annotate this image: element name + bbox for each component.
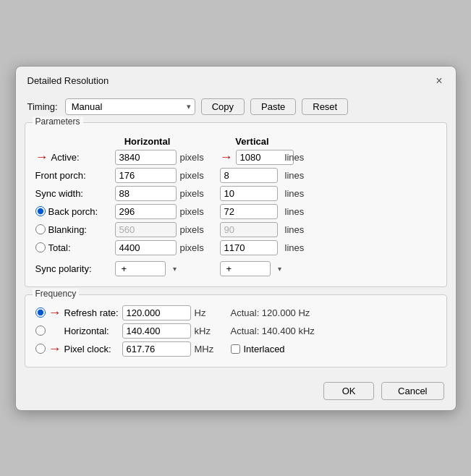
horizontal-freq-label: Horizontal: — [35, 326, 122, 336]
sync-polarity-label: Sync polarity: — [35, 263, 115, 274]
blanking-h-unit: pixels — [180, 224, 220, 235]
sync-width-v-input[interactable] — [220, 186, 278, 201]
sync-width-h-unit: pixels — [180, 188, 220, 199]
refresh-rate-label: → Refresh rate: — [35, 305, 122, 320]
parameters-section: Parameters Horizontal Vertical → Active:… — [25, 122, 447, 287]
back-porch-radio[interactable] — [35, 206, 46, 216]
v-polarity-select[interactable]: + - — [220, 261, 271, 276]
horizontal-freq-unit: kHz — [195, 326, 231, 336]
horizontal-freq-actual: Actual: 140.400 kHz — [231, 326, 436, 336]
title-bar: Detailed Resolution × — [16, 67, 456, 94]
v-polarity-wrap[interactable]: + - — [220, 261, 285, 276]
back-porch-label: Back porch: — [35, 206, 115, 217]
dialog-title: Detailed Resolution — [27, 75, 109, 86]
refresh-rate-unit: Hz — [195, 307, 231, 318]
blanking-v-unit: lines — [285, 224, 321, 235]
active-h-arrow-icon: → — [35, 150, 48, 165]
horizontal-freq-row: Horizontal: kHz Actual: 140.400 kHz — [35, 323, 436, 339]
front-porch-h-unit: pixels — [180, 170, 220, 181]
sync-width-label: Sync width: — [35, 188, 115, 199]
pixel-clock-arrow-icon: → — [48, 341, 61, 357]
h-polarity-wrap[interactable]: + - — [115, 261, 180, 276]
front-porch-row: Front porch: pixels lines — [35, 168, 436, 183]
horizontal-freq-radio[interactable] — [35, 326, 46, 336]
total-v-input[interactable] — [220, 240, 278, 255]
sync-width-v-unit: lines — [285, 188, 321, 199]
blanking-v-input[interactable] — [220, 222, 278, 237]
params-header: Horizontal Vertical — [35, 136, 436, 147]
blanking-radio[interactable] — [35, 224, 46, 234]
blanking-row: Blanking: pixels lines — [35, 222, 436, 237]
horizontal-freq-input[interactable] — [122, 323, 191, 339]
timing-label: Timing: — [27, 101, 58, 112]
total-label: Total: — [35, 242, 115, 253]
dialog: Detailed Resolution × Timing: Manual Cop… — [15, 66, 457, 411]
refresh-rate-arrow-icon: → — [48, 305, 61, 320]
refresh-rate-row: → Refresh rate: Hz Actual: 120.000 Hz — [35, 305, 436, 320]
pixel-clock-input[interactable] — [122, 341, 191, 357]
active-label: → Active: — [35, 150, 115, 165]
sync-polarity-row: Sync polarity: + - + - — [35, 261, 436, 276]
paste-button[interactable]: Paste — [250, 98, 296, 115]
sync-width-row: Sync width: pixels lines — [35, 186, 436, 201]
front-porch-h-input[interactable] — [115, 168, 177, 183]
parameters-label: Parameters — [33, 116, 83, 127]
active-h-input[interactable] — [115, 150, 177, 165]
active-v-unit: lines — [285, 152, 321, 163]
total-row: Total: pixels lines — [35, 240, 436, 255]
timing-select-wrapper[interactable]: Manual — [65, 98, 195, 115]
total-h-unit: pixels — [180, 242, 220, 253]
active-h-unit: pixels — [180, 152, 220, 163]
ok-button[interactable]: OK — [323, 382, 374, 400]
total-v-unit: lines — [285, 242, 321, 253]
sync-width-h-input[interactable] — [115, 186, 177, 201]
back-porch-h-unit: pixels — [180, 206, 220, 217]
front-porch-label: Front porch: — [35, 170, 115, 181]
front-porch-v-input[interactable] — [220, 168, 278, 183]
frequency-label: Frequency — [33, 289, 80, 299]
refresh-rate-actual: Actual: 120.000 Hz — [231, 307, 436, 318]
timing-select[interactable]: Manual — [65, 98, 195, 115]
copy-button[interactable]: Copy — [201, 98, 245, 115]
h-polarity-select[interactable]: + - — [115, 261, 166, 276]
cancel-button[interactable]: Cancel — [381, 382, 444, 400]
refresh-rate-input[interactable] — [122, 305, 191, 320]
total-radio[interactable] — [35, 242, 46, 252]
total-h-input[interactable] — [115, 240, 177, 255]
interlaced-label: Interlaced — [244, 344, 285, 354]
blanking-h-input[interactable] — [115, 222, 177, 237]
pixel-clock-row: → Pixel clock: MHz Interlaced — [35, 341, 436, 357]
back-porch-v-unit: lines — [285, 206, 321, 217]
vertical-header: Vertical — [220, 136, 285, 147]
pixel-clock-radio[interactable] — [35, 344, 46, 354]
interlaced-wrap: Interlaced — [231, 344, 436, 354]
refresh-rate-radio[interactable] — [35, 307, 46, 318]
back-porch-v-input[interactable] — [220, 204, 278, 219]
footer: OK Cancel — [16, 375, 456, 410]
back-porch-row: Back porch: pixels lines — [35, 204, 436, 219]
active-row: → Active: pixels → lines — [35, 150, 436, 165]
close-button[interactable]: × — [434, 75, 444, 87]
horizontal-header: Horizontal — [115, 136, 180, 147]
blanking-label: Blanking: — [35, 224, 115, 235]
front-porch-v-unit: lines — [285, 170, 321, 181]
frequency-section: Frequency → Refresh rate: Hz Actual: 120… — [25, 294, 447, 367]
pixel-clock-unit: MHz — [195, 344, 231, 354]
pixel-clock-label: → Pixel clock: — [35, 341, 122, 357]
active-v-arrow-icon: → — [220, 150, 233, 165]
reset-button[interactable]: Reset — [302, 98, 348, 115]
back-porch-h-input[interactable] — [115, 204, 177, 219]
interlaced-checkbox[interactable] — [231, 344, 240, 354]
